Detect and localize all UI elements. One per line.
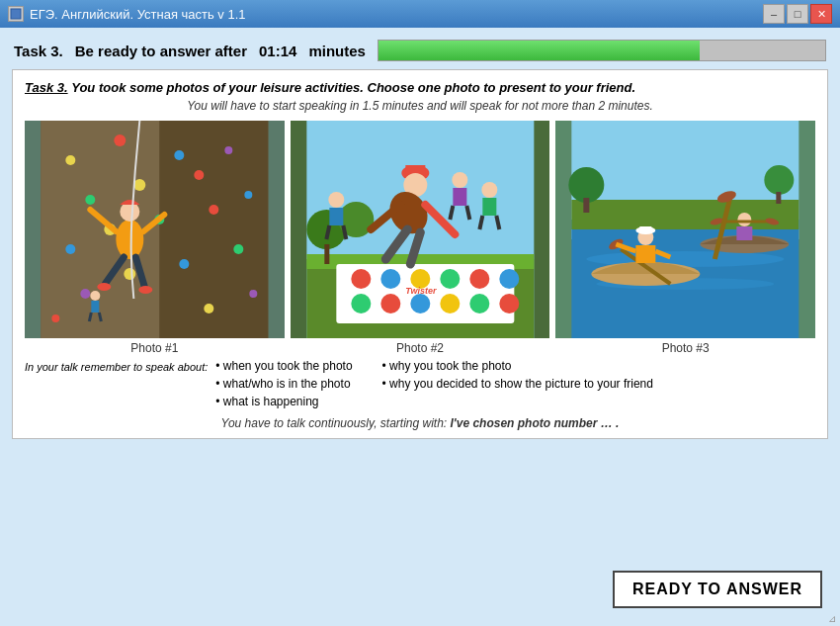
svg-point-4 <box>65 155 75 165</box>
svg-text:Twister: Twister <box>405 286 437 296</box>
task-time: 01:14 <box>259 43 296 59</box>
progress-bar-fill <box>378 41 701 60</box>
svg-point-9 <box>194 170 204 180</box>
task-label: Task 3. <box>14 43 63 59</box>
svg-point-63 <box>328 192 344 208</box>
svg-point-22 <box>249 290 257 298</box>
svg-rect-64 <box>329 208 343 225</box>
svg-point-31 <box>90 291 100 301</box>
svg-point-47 <box>499 269 519 289</box>
bullets-columns: • when you took the photo • what/who is … <box>215 359 653 408</box>
task-title-bold: Task 3. <box>25 80 68 95</box>
svg-rect-40 <box>324 244 329 264</box>
bullet-4: • why you took the photo <box>382 359 653 373</box>
resize-handle[interactable]: ⊿ <box>828 613 836 624</box>
svg-point-50 <box>410 294 430 313</box>
content-box: Task 3. You took some photos of your lei… <box>12 69 828 439</box>
svg-rect-83 <box>777 192 782 204</box>
svg-point-19 <box>233 244 243 254</box>
title-bar: ЕГЭ. Английский. Устная часть v 1.1 – □ … <box>0 0 840 28</box>
task-subtitle: You will have to start speaking in 1.5 m… <box>25 99 815 113</box>
svg-rect-90 <box>636 245 656 263</box>
task-minutes: minutes <box>308 43 366 59</box>
minimize-button[interactable]: – <box>763 4 785 24</box>
window-title: ЕГЭ. Английский. Устная часть v 1.1 <box>30 7 246 22</box>
svg-point-6 <box>174 150 184 160</box>
svg-rect-81 <box>584 198 590 213</box>
svg-point-8 <box>133 179 145 191</box>
svg-rect-68 <box>482 198 496 216</box>
svg-rect-72 <box>453 188 466 206</box>
svg-rect-32 <box>91 301 99 313</box>
svg-point-53 <box>499 294 519 313</box>
bullets-col2: • why you took the photo • why you decid… <box>382 359 653 408</box>
continuous-text: I've chosen photo number … . <box>451 416 620 430</box>
svg-line-33 <box>89 313 91 321</box>
svg-point-20 <box>51 314 59 322</box>
bullet-5: • why you decided to show the picture to… <box>382 377 653 391</box>
photo2-container: Twister <box>291 121 550 355</box>
svg-point-51 <box>440 294 460 313</box>
svg-point-94 <box>738 213 752 226</box>
svg-point-23 <box>116 220 143 259</box>
photo1-box <box>25 121 285 338</box>
svg-point-52 <box>469 294 489 313</box>
svg-point-80 <box>569 167 605 203</box>
svg-point-29 <box>97 283 111 291</box>
window-controls: – □ ✕ <box>763 4 832 24</box>
task-instruction: Be ready to answer after <box>75 43 247 59</box>
svg-point-5 <box>114 134 126 146</box>
svg-point-10 <box>224 146 232 154</box>
task-header: Task 3. Be ready to answer after 01:14 m… <box>12 36 828 65</box>
photo3-container: Photo #3 <box>555 121 815 355</box>
continuous-line: You have to talk continuously, starting … <box>25 416 815 430</box>
photo1-container: Photo #1 <box>25 121 285 355</box>
progress-bar <box>378 40 826 61</box>
continuous-prefix: You have to talk continuously, starting … <box>221 416 451 430</box>
svg-point-46 <box>469 269 489 289</box>
task-title-text: You took some photos of your leisure act… <box>71 80 635 95</box>
photo3-box <box>555 121 815 338</box>
svg-point-49 <box>380 294 400 313</box>
ready-to-answer-button[interactable]: READY TO ANSWER <box>613 571 822 608</box>
svg-point-67 <box>481 182 497 198</box>
svg-point-45 <box>440 269 460 289</box>
photo1-label: Photo #1 <box>130 341 178 355</box>
photos-row: Photo #1 <box>25 121 815 355</box>
photo3-label: Photo #3 <box>662 341 710 355</box>
svg-point-18 <box>179 259 189 269</box>
bullets-intro: In your talk remember to speak about: <box>25 359 208 373</box>
svg-rect-95 <box>737 226 753 240</box>
maximize-button[interactable]: □ <box>787 4 808 24</box>
svg-point-48 <box>351 294 371 313</box>
main-area: Task 3. Be ready to answer after 01:14 m… <box>0 28 840 626</box>
bullets-section: In your talk remember to speak about: • … <box>25 359 815 408</box>
svg-line-34 <box>99 313 101 321</box>
app-icon <box>8 6 24 22</box>
svg-point-30 <box>138 286 152 294</box>
bullet-1: • when you took the photo <box>215 359 352 373</box>
svg-point-7 <box>85 195 95 205</box>
photo2-box: Twister <box>291 121 550 338</box>
svg-point-15 <box>244 191 252 199</box>
close-button[interactable]: ✕ <box>810 4 832 24</box>
svg-point-11 <box>65 244 75 254</box>
svg-point-14 <box>209 205 218 215</box>
svg-point-16 <box>80 289 90 299</box>
svg-rect-89 <box>640 226 652 232</box>
svg-point-21 <box>204 304 213 313</box>
svg-point-82 <box>765 165 795 195</box>
svg-point-71 <box>452 172 467 188</box>
svg-point-43 <box>380 269 400 289</box>
task-title-line: Task 3. You took some photos of your lei… <box>25 80 815 95</box>
svg-point-42 <box>351 269 371 289</box>
svg-point-17 <box>124 268 135 280</box>
bullets-col1: • when you took the photo • what/who is … <box>215 359 352 408</box>
svg-rect-79 <box>572 200 799 229</box>
svg-rect-0 <box>11 9 21 19</box>
photo2-label: Photo #2 <box>396 341 444 355</box>
bullet-3: • what is happening <box>215 395 352 408</box>
bullet-2: • what/who is in the photo <box>215 377 352 391</box>
